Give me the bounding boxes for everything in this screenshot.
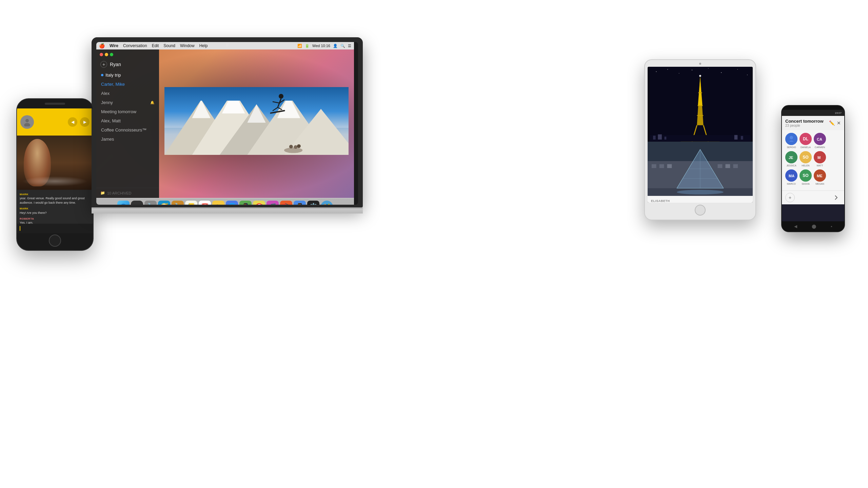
android-action-bar: + [782, 190, 844, 204]
dock-icon-8[interactable]: 🗂 [212, 201, 224, 205]
mute-icon: 🔔 [150, 101, 154, 104]
android-header-text: Concert tomorrow 23 people [785, 119, 824, 127]
conversation-name-meeting: Meeting tomorrow [101, 109, 136, 114]
dock-icon-16[interactable]: 🗃️ [321, 201, 333, 205]
android-close-icon[interactable]: ✕ [837, 120, 841, 126]
dock-calendar[interactable]: 📅 [199, 201, 211, 205]
current-user-name: Ryan [110, 62, 121, 67]
sidebar-item-james[interactable]: James [98, 135, 158, 144]
ipad-eiffel-background [648, 67, 753, 142]
user-icon: 👤 [333, 44, 338, 48]
svg-text:M: M [817, 156, 821, 160]
iphone-sender-1: MARK [20, 192, 90, 196]
svg-rect-57 [725, 164, 730, 168]
sidebar-item-alex[interactable]: Alex [98, 89, 158, 98]
sidebar-item-carter-mike[interactable]: Carter, Mike [98, 80, 158, 89]
add-conversation-button[interactable]: + [100, 61, 107, 68]
menu-help[interactable]: Help [199, 43, 208, 48]
iphone-call-buttons[interactable]: ◀ ▶ [68, 117, 90, 127]
person-sasha: SO SASHA [800, 169, 812, 185]
svg-rect-49 [741, 136, 743, 140]
menu-wire[interactable]: Wire [110, 43, 118, 48]
svg-text:MA: MA [789, 174, 794, 178]
dock-icon-5[interactable]: 🔧 [172, 201, 184, 205]
dock-icon-12[interactable]: 🎵 [267, 201, 279, 205]
dock-finder[interactable] [117, 201, 130, 205]
ipad-louvre-image [648, 142, 753, 196]
menu-window[interactable]: Window [180, 43, 195, 48]
android-back-btn[interactable]: ◀ [794, 224, 797, 229]
android-edit-icon[interactable]: ✏️ [829, 120, 835, 126]
archived-conversations[interactable]: 📁 10 ARCHIVED [96, 188, 159, 198]
archived-count: 10 ARCHIVED [107, 191, 132, 195]
iphone-decline-btn[interactable]: ◀ [68, 117, 77, 127]
svg-line-17 [273, 102, 279, 103]
svg-rect-47 [665, 137, 667, 140]
close-button[interactable] [100, 53, 103, 56]
svg-point-34 [747, 75, 748, 75]
sergio-name: SERGIO [787, 146, 796, 148]
sidebar-item-coffee[interactable]: Coffee Connoisseurs™ [98, 125, 158, 135]
iphone-accept-btn[interactable]: ▶ [80, 117, 90, 127]
dock-icon-15[interactable]: ⚙️ [307, 201, 319, 205]
conversation-name-alex-matt: Alex, Matt [101, 118, 121, 123]
svg-text:W: W [135, 204, 139, 205]
iphone-sender-3: ROBERTA [20, 217, 90, 221]
dock-wire[interactable]: W [131, 201, 143, 205]
conversation-name-italy-trip: Italy trip [105, 73, 121, 78]
dock-contacts[interactable]: 📒 [185, 201, 197, 205]
battery-icon: 🔋 [305, 44, 310, 48]
menu-conversation[interactable]: Conversation [123, 43, 147, 48]
android-forward-button[interactable] [831, 193, 841, 202]
helen-name: HELEN [802, 164, 809, 167]
snowboard-image [164, 87, 349, 155]
scene: ◀ ▶ MARK year. Great venue. Really good … [0, 0, 868, 488]
android-header-icons: ✏️ ✕ [829, 120, 841, 126]
iphone-msg-1: MARK year. Great venue. Really good soun… [20, 192, 90, 205]
dock-appstore[interactable]: 📱 [294, 201, 306, 205]
macbook-screen: 🍎 Wire Conversation Edit Sound Window He… [96, 42, 354, 205]
svg-point-11 [284, 147, 302, 153]
svg-point-27 [656, 71, 657, 72]
conversation-name-alex: Alex [101, 91, 110, 96]
svg-point-14 [297, 144, 301, 148]
dock-safari[interactable]: 🧭 [158, 201, 170, 205]
menu-icon[interactable]: ☰ [348, 44, 351, 48]
megan-avatar: ME [814, 169, 826, 182]
sidebar-item-meeting-tomorrow[interactable]: Meeting tomorrow [98, 107, 158, 116]
menubar-right: 📶 🔋 Wed 10:16 👤 🔍 ☰ [297, 44, 351, 48]
dock-books[interactable]: 📚 [280, 201, 292, 205]
dock-icon-9[interactable]: 🌐 [226, 201, 238, 205]
android-home-btn[interactable]: ⬤ [812, 224, 816, 229]
android-time: 19:07 [835, 111, 842, 115]
menu-edit[interactable]: Edit [152, 43, 159, 48]
android-nav-bar: ◀ ⬤ ▪ [782, 221, 844, 231]
svg-point-29 [679, 73, 679, 74]
person-megan: ME MEGAN [814, 169, 826, 185]
sidebar-item-alex-matt[interactable]: Alex, Matt [98, 116, 158, 125]
person-helen: SO HELEN [800, 151, 812, 167]
iphone-bg-image [17, 136, 93, 190]
android-add-person-button[interactable]: + [785, 193, 795, 202]
android-recents-btn[interactable]: ▪ [831, 224, 832, 229]
dock-icon-11[interactable]: 🎯 [253, 201, 265, 205]
dock-icon-10[interactable]: 📱 [239, 201, 252, 205]
svg-rect-53 [652, 164, 656, 168]
iphone-text-2: Hey! Are you there? [20, 211, 90, 215]
iphone-home-button[interactable] [49, 235, 61, 247]
iphone-input-bar[interactable] [17, 224, 93, 233]
macbook-device: 🍎 Wire Conversation Edit Sound Window He… [92, 37, 363, 214]
maximize-button[interactable] [110, 53, 113, 56]
carmen-name: CARMEN [815, 146, 825, 148]
iphone-text-1: year. Great venue. Really good sound and… [20, 196, 90, 205]
search-icon[interactable]: 🔍 [340, 44, 345, 48]
app-window: + Ryan Italy trip Carter, Mike [96, 49, 354, 198]
ipad-home-button[interactable] [695, 205, 706, 216]
dock-icon-3[interactable]: 🔧 [144, 201, 157, 205]
sidebar-item-italy-trip[interactable]: Italy trip [98, 70, 158, 80]
minimize-button[interactable] [105, 53, 108, 56]
macbook-body: 🍎 Wire Conversation Edit Sound Window He… [92, 37, 363, 214]
menu-sound[interactable]: Sound [163, 43, 175, 48]
sidebar-item-jenny[interactable]: Jenny 🔔 [98, 98, 158, 107]
macbook-screen-outer: 🍎 Wire Conversation Edit Sound Window He… [92, 37, 363, 207]
